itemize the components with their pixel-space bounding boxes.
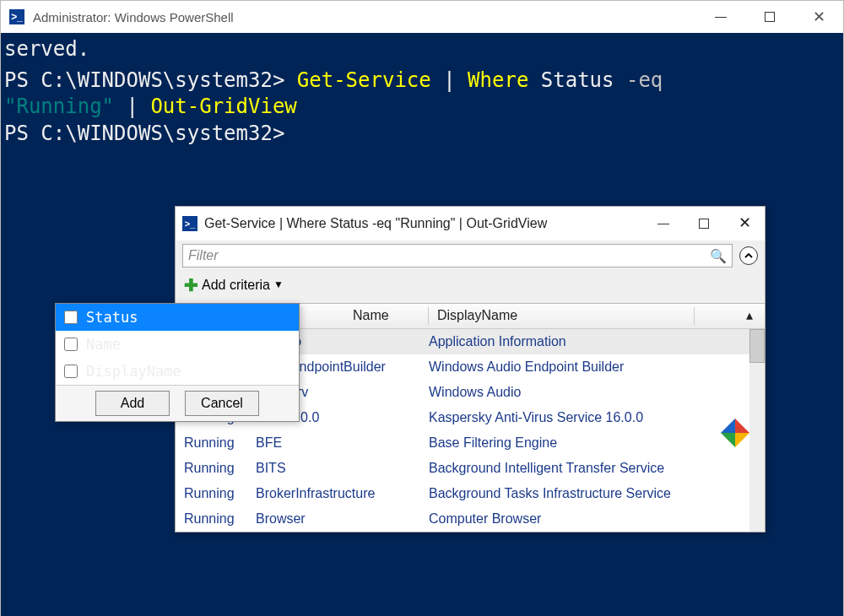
cell-displayname: Kaspersky Anti-Virus Service 16.0.0 [429,409,749,427]
criteria-label: Name [86,335,121,354]
criteria-label: DisplayName [86,362,181,381]
cmd-status: Status [541,68,626,92]
minimize-button[interactable] [696,1,745,33]
table-row[interactable]: RunningBrowserComputer Browser [176,506,765,532]
cmd-pipe2: | [127,95,151,118]
filter-bar: Filter 🔍 [176,240,765,271]
chevron-down-icon: ▼ [273,278,284,292]
scrollbar[interactable] [749,329,765,532]
prompt2: PS C:\WINDOWS\system32> [4,122,284,145]
maximize-button[interactable] [745,1,794,33]
cell-name: BFE [256,435,429,452]
svg-marker-3 [721,419,735,433]
window-title: Administrator: Windows PowerShell [33,10,234,24]
collapse-toggle-icon[interactable] [739,246,758,265]
cmd-arg: "Running" [4,95,114,118]
criteria-option-name[interactable]: Name [56,331,299,358]
window-controls: ✕ [696,1,843,33]
close-button[interactable]: ✕ [724,207,765,240]
filter-placeholder: Filter [188,247,219,265]
cell-displayname: Windows Audio [429,384,749,402]
gridview-titlebar[interactable]: >_ Get-Service | Where Status -eq "Runni… [176,207,765,240]
add-criteria-bar: ✚ Add criteria ▼ [176,271,765,303]
gridview-controls: ✕ [643,207,765,240]
add-button[interactable]: Add [95,391,170,416]
table-row[interactable]: RunningBFEBase Filtering Engine [176,430,765,456]
plus-icon: ✚ [184,274,198,296]
criteria-checkbox-displayname[interactable] [64,365,78,378]
table-row[interactable]: RunningBITSBackground Intelligent Transf… [176,456,765,481]
svg-marker-2 [721,433,735,447]
criteria-label: Status [86,308,138,327]
cell-status: Running [176,435,256,452]
cell-displayname: Background Intelligent Transfer Service [429,460,749,478]
cell-name: Browser [256,511,429,528]
criteria-buttons: Add Cancel [56,385,299,421]
cell-status: Running [176,485,256,503]
cell-displayname: Background Tasks Infrastructure Service [429,485,749,503]
prompt: PS C:\WINDOWS\system32> [4,68,284,92]
criteria-option-displayname[interactable]: DisplayName [56,358,299,385]
criteria-popup: Status Name DisplayName Add Cancel [55,303,300,422]
cell-name: BrokerInfrastructure [256,485,429,503]
powershell-icon: >_ [182,216,197,231]
cmd-outgridview: Out-GridView [150,95,296,118]
console-area[interactable]: served. PS C:\WINDOWS\system32> Get-Serv… [1,33,843,616]
cell-displayname: Windows Audio Endpoint Builder [429,359,749,376]
cell-name: BITS [256,460,429,478]
watermark-icon [721,419,749,447]
maximize-button[interactable] [684,207,724,240]
criteria-checkbox-name[interactable] [64,338,78,351]
add-criteria-label: Add criteria [202,277,270,294]
scroll-thumb[interactable] [749,329,765,363]
table-row[interactable]: RunningBrokerInfrastructureBackground Ta… [176,481,765,506]
cmd-pipe: | [443,68,468,92]
console-text: served. [4,37,89,61]
scroll-up-button[interactable]: ▴ [746,307,765,325]
add-criteria-button[interactable]: ✚ Add criteria ▼ [184,274,284,296]
cancel-button[interactable]: Cancel [185,391,259,416]
cell-displayname: Base Filtering Engine [429,435,749,452]
cell-status: Running [176,511,256,528]
main-window: >_ Administrator: Windows PowerShell ✕ s… [0,0,844,616]
cell-displayname: Computer Browser [429,511,749,528]
cell-displayname: Application Information [429,333,749,351]
criteria-option-status[interactable]: Status [56,304,299,331]
svg-marker-1 [735,433,749,447]
close-button[interactable]: ✕ [794,1,843,33]
powershell-icon: >_ [9,9,24,24]
titlebar[interactable]: >_ Administrator: Windows PowerShell ✕ [1,1,843,33]
gridview-title: Get-Service | Where Status -eq "Running"… [204,215,547,233]
cmd-flag: -eq [626,68,663,92]
cell-status: Running [176,460,256,478]
minimize-button[interactable] [643,207,684,240]
search-icon[interactable]: 🔍 [710,248,727,266]
cmd-getservice: Get-Service [297,68,431,92]
filter-input[interactable]: Filter 🔍 [182,244,733,267]
svg-marker-0 [735,419,749,433]
cmd-where: Where [468,68,528,92]
criteria-checkbox-status[interactable] [64,311,78,324]
column-displayname[interactable]: DisplayName [429,307,695,325]
